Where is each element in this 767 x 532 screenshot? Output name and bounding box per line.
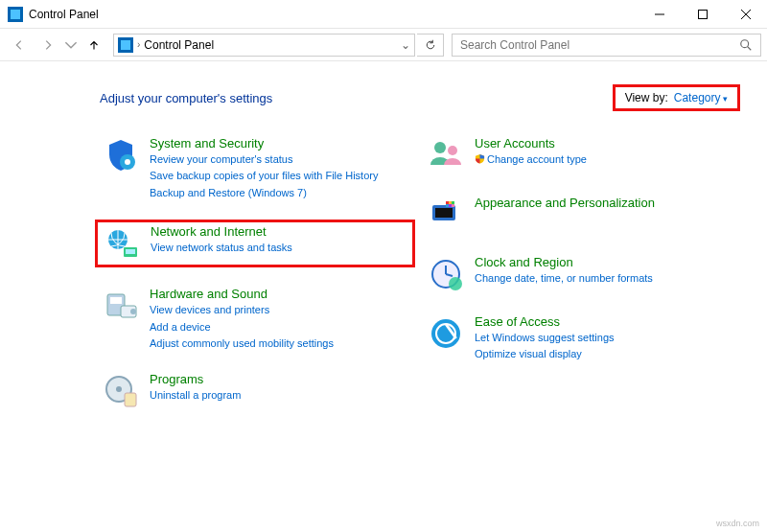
chevron-right-icon: › [137, 39, 140, 50]
category-user-accounts: User AccountsChange account type [425, 134, 740, 176]
task-link[interactable]: Let Windows suggest settings [475, 331, 615, 345]
hardware-and-sound-icon [102, 287, 140, 325]
task-link[interactable]: Change date, time, or number formats [475, 271, 653, 286]
category-network-and-internet: Network and InternetView network status … [95, 220, 415, 267]
window-title: Control Panel [29, 8, 638, 21]
svg-point-4 [741, 39, 749, 47]
category-title-clock-and-region[interactable]: Clock and Region [475, 255, 653, 269]
task-link[interactable]: View devices and printers [150, 303, 334, 317]
task-link[interactable]: Save backup copies of your files with Fi… [150, 169, 378, 183]
category-clock-and-region: Clock and RegionChange date, time, or nu… [425, 253, 740, 295]
breadcrumb-location[interactable]: Control Panel [144, 38, 214, 52]
svg-rect-24 [452, 201, 454, 204]
category-title-ease-of-access[interactable]: Ease of Access [475, 314, 615, 329]
task-link[interactable]: Optimize visual display [475, 347, 615, 361]
app-icon [8, 7, 23, 22]
system-and-security-icon [102, 136, 140, 174]
task-link[interactable]: Adjust commonly used mobility settings [150, 336, 334, 351]
appearance-and-personalization-icon [427, 196, 465, 234]
task-link[interactable]: Review your computer's status [150, 152, 378, 167]
task-link[interactable]: View network status and tasks [151, 241, 292, 255]
task-link[interactable]: Change account type [475, 152, 587, 167]
svg-rect-23 [449, 201, 452, 204]
svg-rect-10 [126, 249, 135, 254]
category-ease-of-access: Ease of AccessLet Windows suggest settin… [425, 312, 740, 364]
category-title-programs[interactable]: Programs [150, 372, 241, 386]
category-programs: ProgramsUninstall a program [100, 370, 415, 412]
category-title-system-and-security[interactable]: System and Security [150, 136, 378, 150]
svg-rect-21 [435, 208, 453, 218]
programs-icon [102, 372, 140, 410]
svg-point-16 [116, 386, 122, 392]
svg-rect-27 [452, 204, 454, 207]
view-by-dropdown[interactable]: Category [674, 91, 728, 104]
breadcrumb-dropdown-icon[interactable]: ⌄ [401, 38, 410, 52]
watermark: wsxdn.com [716, 519, 759, 528]
maximize-button[interactable] [681, 0, 724, 29]
page-heading: Adjust your computer's settings [100, 91, 613, 105]
recent-dropdown[interactable] [63, 33, 79, 58]
svg-rect-22 [446, 201, 449, 204]
svg-line-5 [748, 46, 752, 50]
category-title-network-and-internet[interactable]: Network and Internet [151, 224, 292, 239]
task-link[interactable]: Backup and Restore (Windows 7) [150, 186, 378, 200]
task-link[interactable]: Add a device [150, 320, 334, 335]
up-button[interactable] [81, 33, 107, 58]
address-bar[interactable]: › Control Panel ⌄ [113, 34, 415, 57]
svg-rect-26 [449, 204, 452, 207]
back-button[interactable] [6, 33, 33, 58]
svg-rect-17 [125, 393, 136, 406]
view-by-label: View by: [625, 91, 668, 104]
user-accounts-icon [427, 136, 465, 174]
svg-point-14 [130, 309, 136, 314]
forward-button[interactable] [35, 33, 61, 58]
task-link[interactable]: Uninstall a program [150, 388, 241, 403]
close-button[interactable] [724, 0, 767, 29]
view-by-control: View by: Category [613, 84, 740, 111]
category-system-and-security: System and SecurityReview your computer'… [100, 134, 415, 202]
svg-point-31 [449, 277, 462, 290]
category-appearance-and-personalization: Appearance and Personalization [425, 194, 740, 236]
clock-and-region-icon [427, 255, 465, 293]
search-icon [739, 38, 753, 52]
svg-point-19 [448, 146, 457, 155]
svg-point-7 [125, 159, 130, 165]
control-panel-icon [118, 37, 133, 53]
svg-point-18 [434, 142, 446, 153]
category-title-user-accounts[interactable]: User Accounts [475, 136, 587, 150]
search-box[interactable] [452, 34, 761, 57]
category-title-hardware-and-sound[interactable]: Hardware and Sound [150, 287, 334, 301]
category-title-appearance-and-personalization[interactable]: Appearance and Personalization [475, 196, 655, 210]
network-and-internet-icon [103, 224, 141, 263]
svg-rect-12 [110, 297, 122, 304]
minimize-button[interactable] [638, 0, 681, 29]
search-input[interactable] [460, 38, 739, 52]
shield-icon [475, 153, 487, 165]
ease-of-access-icon [427, 314, 465, 353]
svg-rect-25 [446, 204, 449, 207]
svg-rect-1 [698, 10, 707, 18]
refresh-button[interactable] [417, 34, 444, 57]
category-hardware-and-sound: Hardware and SoundView devices and print… [100, 285, 415, 353]
